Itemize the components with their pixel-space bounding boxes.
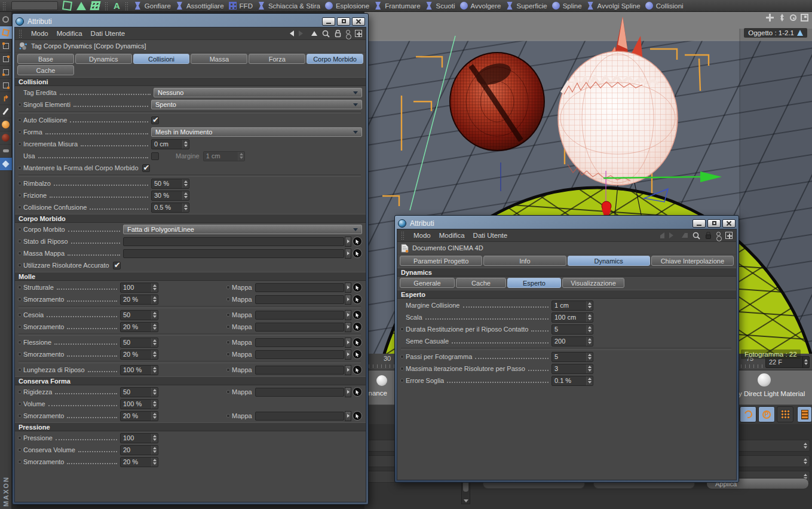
singoli-elementi-dropdown[interactable]: Spento — [151, 100, 362, 109]
link-expand-button[interactable] — [345, 295, 351, 305]
mantenere-forma-checkbox[interactable] — [142, 164, 150, 172]
section-header-collisioni[interactable]: Collisioni — [15, 77, 366, 86]
mappa-link-field[interactable] — [255, 311, 344, 320]
object-picker-button[interactable] — [353, 237, 362, 246]
mappa-link-field[interactable] — [255, 388, 344, 397]
incrementa-misura-spinner[interactable]: 0 cm — [151, 139, 189, 149]
minimize-button[interactable] — [693, 219, 706, 228]
toolbar-item-collisioni[interactable]: Collisioni — [645, 2, 684, 10]
mappa-link-field[interactable] — [255, 366, 344, 375]
keyframe-dot[interactable] — [18, 390, 22, 394]
keyframe-dot[interactable] — [226, 341, 230, 344]
link-expand-button[interactable] — [345, 411, 351, 421]
object-picker-button[interactable] — [353, 365, 362, 375]
value-spinner[interactable]: 50 — [120, 338, 158, 348]
keyframe-dot[interactable] — [18, 118, 22, 122]
menu-modo[interactable]: Modo — [413, 232, 431, 239]
dots-grid-button[interactable] — [777, 406, 793, 422]
parent-up-icon[interactable] — [311, 31, 317, 36]
mappa-link-field[interactable] — [255, 350, 344, 359]
value-spinner[interactable]: 20 — [120, 445, 158, 455]
keyframe-dot[interactable] — [400, 327, 404, 331]
toolbar-item-schiaccia[interactable]: Schiaccia & Stira — [258, 2, 320, 10]
menu-modifica[interactable]: Modifica — [439, 232, 465, 239]
mappa-link-field[interactable] — [255, 323, 344, 332]
double-circle-icon[interactable] — [346, 30, 350, 34]
object-picker-button[interactable] — [353, 249, 362, 258]
workplane-pencil-icon[interactable] — [0, 105, 12, 118]
object-picker-button[interactable] — [353, 349, 362, 359]
keyframe-dot[interactable] — [226, 414, 230, 418]
keyframe-dot[interactable] — [18, 298, 22, 301]
menu-dati-utente[interactable]: Dati Utente — [91, 30, 125, 37]
keyframe-dot[interactable] — [18, 341, 22, 344]
toolbar-grip[interactable] — [2, 2, 7, 10]
sync-button[interactable] — [740, 406, 756, 422]
collisione-confusione-spinner[interactable]: 0.5 % — [151, 203, 189, 213]
value-spinner[interactable]: 0.1 % — [551, 376, 593, 386]
red-torus-object[interactable] — [450, 53, 544, 151]
search-icon[interactable] — [322, 30, 330, 38]
tab-chiave-interpolazione[interactable]: Chiave Interpolazione — [651, 256, 734, 266]
double-circle-icon[interactable] — [716, 232, 721, 236]
keyframe-dot[interactable] — [18, 460, 22, 464]
value-spinner[interactable]: 20 % — [120, 349, 158, 360]
value-spinner[interactable]: 20 % — [120, 457, 158, 467]
mappa-link-field[interactable] — [255, 338, 344, 347]
keyframe-dot[interactable] — [226, 352, 230, 356]
keyframe-dot[interactable] — [18, 194, 22, 197]
value-spinner[interactable]: 20 % — [120, 411, 158, 421]
toolbar-item-gonfiare[interactable]: Gonfiare — [134, 2, 171, 10]
keyframe-dot[interactable] — [18, 252, 22, 255]
object-picker-button[interactable] — [353, 387, 362, 397]
edges-mode-icon[interactable] — [0, 53, 12, 66]
object-picker-button[interactable] — [353, 411, 362, 421]
link-expand-button[interactable] — [345, 387, 351, 397]
object-picker-button[interactable] — [353, 283, 362, 292]
keyframe-dot[interactable] — [226, 325, 230, 329]
toolbar-grip[interactable] — [125, 2, 129, 10]
snap-settings-icon[interactable] — [0, 145, 12, 158]
tab-dynamics[interactable]: Dynamics — [568, 256, 650, 266]
maximize-view-icon[interactable] — [801, 14, 808, 22]
texture-mode-icon[interactable] — [0, 118, 12, 131]
keyframe-dot[interactable] — [400, 355, 404, 358]
viewport-filter-icon[interactable] — [0, 158, 12, 171]
keyframe-dot[interactable] — [18, 142, 22, 146]
link-expand-button[interactable] — [345, 237, 351, 247]
link-expand-button[interactable] — [345, 365, 351, 375]
value-spinner[interactable]: 5 — [551, 324, 593, 335]
tab-corpo-morbido[interactable]: Corpo Morbido — [307, 54, 363, 64]
link-expand-button[interactable] — [345, 338, 351, 348]
history-forward-icon[interactable] — [669, 232, 673, 238]
mappa-link-field[interactable] — [255, 283, 344, 292]
keyframe-dot[interactable] — [18, 263, 22, 267]
axis-mode-icon[interactable]: ↱ — [0, 92, 12, 105]
keyframe-dot[interactable] — [18, 414, 22, 418]
keyframe-dot[interactable] — [18, 166, 22, 170]
tab-collisioni[interactable]: Collisioni — [133, 54, 190, 64]
cone-tool-icon[interactable] — [76, 2, 86, 10]
keyframe-dot[interactable] — [18, 325, 22, 329]
window-titlebar[interactable]: Attributi — [397, 217, 737, 229]
parking-button[interactable]: P — [758, 406, 775, 422]
toolbar-item-assottigliare[interactable]: Assottigliare — [176, 2, 224, 10]
keyframe-dot[interactable] — [18, 182, 22, 185]
frizione-spinner[interactable]: 30 % — [151, 191, 189, 201]
toolbar-item-esplosione[interactable]: Esplosione — [325, 2, 369, 10]
keyframe-dot[interactable] — [226, 368, 230, 372]
model-mode-icon[interactable] — [0, 26, 12, 39]
section-header-pressione[interactable]: Pressione — [15, 422, 366, 431]
auto-collisione-checkbox[interactable] — [151, 116, 159, 124]
section-header-dynamics[interactable]: Dynamics — [397, 268, 736, 277]
menu-grip[interactable] — [19, 29, 23, 38]
toolbar-empty-slot[interactable] — [11, 1, 58, 10]
tag-eredita-dropdown[interactable]: Nessuno — [154, 88, 362, 97]
texture-axis-mode-icon[interactable] — [0, 131, 12, 145]
forma-dropdown[interactable]: Mesh in Movimento — [151, 127, 362, 137]
maximize-button[interactable] — [337, 17, 350, 26]
keyframe-dot[interactable] — [18, 103, 22, 106]
value-spinner[interactable]: 3 — [551, 364, 593, 374]
section-header-conserva-forma[interactable]: Conserva Forma — [15, 376, 366, 385]
zoom-view-icon[interactable] — [778, 14, 786, 22]
